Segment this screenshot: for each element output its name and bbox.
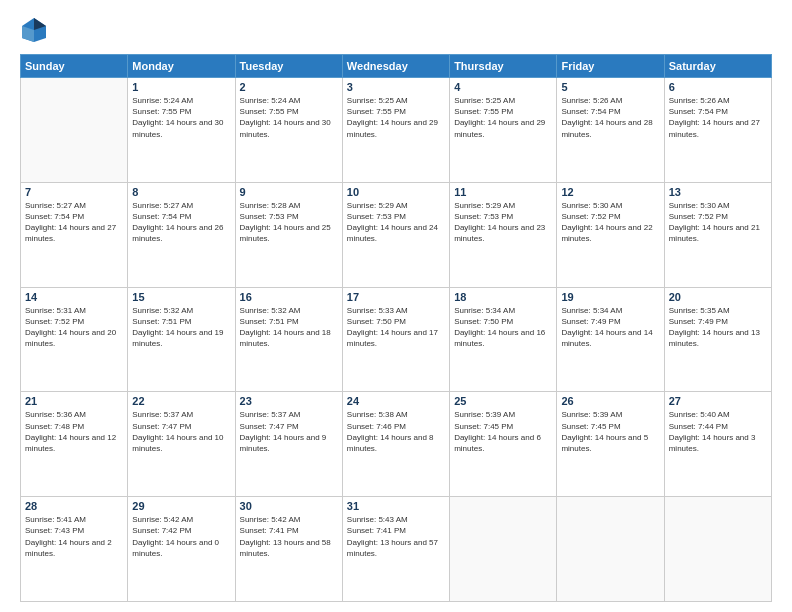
day-cell: 30Sunrise: 5:42 AM Sunset: 7:41 PM Dayli…	[235, 497, 342, 602]
page: SundayMondayTuesdayWednesdayThursdayFrid…	[0, 0, 792, 612]
day-number: 17	[347, 291, 445, 303]
weekday-monday: Monday	[128, 55, 235, 78]
day-number: 19	[561, 291, 659, 303]
weekday-header-row: SundayMondayTuesdayWednesdayThursdayFrid…	[21, 55, 772, 78]
logo	[20, 16, 52, 44]
day-cell: 29Sunrise: 5:42 AM Sunset: 7:42 PM Dayli…	[128, 497, 235, 602]
day-cell: 5Sunrise: 5:26 AM Sunset: 7:54 PM Daylig…	[557, 78, 664, 183]
day-number: 15	[132, 291, 230, 303]
day-number: 5	[561, 81, 659, 93]
day-number: 10	[347, 186, 445, 198]
day-cell: 1Sunrise: 5:24 AM Sunset: 7:55 PM Daylig…	[128, 78, 235, 183]
day-number: 20	[669, 291, 767, 303]
header	[20, 16, 772, 44]
day-number: 29	[132, 500, 230, 512]
day-info: Sunrise: 5:39 AM Sunset: 7:45 PM Dayligh…	[454, 409, 552, 454]
day-info: Sunrise: 5:32 AM Sunset: 7:51 PM Dayligh…	[240, 305, 338, 350]
day-cell: 16Sunrise: 5:32 AM Sunset: 7:51 PM Dayli…	[235, 287, 342, 392]
day-cell: 24Sunrise: 5:38 AM Sunset: 7:46 PM Dayli…	[342, 392, 449, 497]
day-number: 2	[240, 81, 338, 93]
day-number: 1	[132, 81, 230, 93]
day-info: Sunrise: 5:26 AM Sunset: 7:54 PM Dayligh…	[669, 95, 767, 140]
day-number: 3	[347, 81, 445, 93]
day-info: Sunrise: 5:34 AM Sunset: 7:50 PM Dayligh…	[454, 305, 552, 350]
weekday-sunday: Sunday	[21, 55, 128, 78]
day-number: 6	[669, 81, 767, 93]
day-info: Sunrise: 5:27 AM Sunset: 7:54 PM Dayligh…	[25, 200, 123, 245]
day-number: 27	[669, 395, 767, 407]
day-number: 23	[240, 395, 338, 407]
day-cell: 27Sunrise: 5:40 AM Sunset: 7:44 PM Dayli…	[664, 392, 771, 497]
day-number: 11	[454, 186, 552, 198]
day-cell: 23Sunrise: 5:37 AM Sunset: 7:47 PM Dayli…	[235, 392, 342, 497]
day-cell: 22Sunrise: 5:37 AM Sunset: 7:47 PM Dayli…	[128, 392, 235, 497]
day-cell: 20Sunrise: 5:35 AM Sunset: 7:49 PM Dayli…	[664, 287, 771, 392]
day-cell: 15Sunrise: 5:32 AM Sunset: 7:51 PM Dayli…	[128, 287, 235, 392]
day-cell: 19Sunrise: 5:34 AM Sunset: 7:49 PM Dayli…	[557, 287, 664, 392]
day-cell: 25Sunrise: 5:39 AM Sunset: 7:45 PM Dayli…	[450, 392, 557, 497]
logo-icon	[20, 16, 48, 44]
day-number: 8	[132, 186, 230, 198]
day-info: Sunrise: 5:34 AM Sunset: 7:49 PM Dayligh…	[561, 305, 659, 350]
day-info: Sunrise: 5:25 AM Sunset: 7:55 PM Dayligh…	[347, 95, 445, 140]
day-number: 16	[240, 291, 338, 303]
weekday-friday: Friday	[557, 55, 664, 78]
day-number: 13	[669, 186, 767, 198]
week-row-5: 28Sunrise: 5:41 AM Sunset: 7:43 PM Dayli…	[21, 497, 772, 602]
day-info: Sunrise: 5:41 AM Sunset: 7:43 PM Dayligh…	[25, 514, 123, 559]
weekday-saturday: Saturday	[664, 55, 771, 78]
weekday-thursday: Thursday	[450, 55, 557, 78]
day-number: 22	[132, 395, 230, 407]
day-cell: 28Sunrise: 5:41 AM Sunset: 7:43 PM Dayli…	[21, 497, 128, 602]
day-cell: 7Sunrise: 5:27 AM Sunset: 7:54 PM Daylig…	[21, 182, 128, 287]
day-info: Sunrise: 5:40 AM Sunset: 7:44 PM Dayligh…	[669, 409, 767, 454]
day-cell: 4Sunrise: 5:25 AM Sunset: 7:55 PM Daylig…	[450, 78, 557, 183]
day-cell: 21Sunrise: 5:36 AM Sunset: 7:48 PM Dayli…	[21, 392, 128, 497]
day-number: 9	[240, 186, 338, 198]
day-cell	[450, 497, 557, 602]
day-info: Sunrise: 5:24 AM Sunset: 7:55 PM Dayligh…	[132, 95, 230, 140]
day-cell: 17Sunrise: 5:33 AM Sunset: 7:50 PM Dayli…	[342, 287, 449, 392]
day-info: Sunrise: 5:37 AM Sunset: 7:47 PM Dayligh…	[240, 409, 338, 454]
day-number: 7	[25, 186, 123, 198]
day-info: Sunrise: 5:30 AM Sunset: 7:52 PM Dayligh…	[561, 200, 659, 245]
day-info: Sunrise: 5:33 AM Sunset: 7:50 PM Dayligh…	[347, 305, 445, 350]
week-row-1: 1Sunrise: 5:24 AM Sunset: 7:55 PM Daylig…	[21, 78, 772, 183]
week-row-2: 7Sunrise: 5:27 AM Sunset: 7:54 PM Daylig…	[21, 182, 772, 287]
day-info: Sunrise: 5:37 AM Sunset: 7:47 PM Dayligh…	[132, 409, 230, 454]
day-info: Sunrise: 5:32 AM Sunset: 7:51 PM Dayligh…	[132, 305, 230, 350]
day-cell: 14Sunrise: 5:31 AM Sunset: 7:52 PM Dayli…	[21, 287, 128, 392]
day-info: Sunrise: 5:42 AM Sunset: 7:42 PM Dayligh…	[132, 514, 230, 559]
day-cell	[21, 78, 128, 183]
day-info: Sunrise: 5:42 AM Sunset: 7:41 PM Dayligh…	[240, 514, 338, 559]
weekday-wednesday: Wednesday	[342, 55, 449, 78]
day-number: 14	[25, 291, 123, 303]
day-number: 25	[454, 395, 552, 407]
day-number: 18	[454, 291, 552, 303]
day-info: Sunrise: 5:26 AM Sunset: 7:54 PM Dayligh…	[561, 95, 659, 140]
day-info: Sunrise: 5:27 AM Sunset: 7:54 PM Dayligh…	[132, 200, 230, 245]
day-info: Sunrise: 5:25 AM Sunset: 7:55 PM Dayligh…	[454, 95, 552, 140]
day-cell: 13Sunrise: 5:30 AM Sunset: 7:52 PM Dayli…	[664, 182, 771, 287]
day-number: 21	[25, 395, 123, 407]
day-cell: 12Sunrise: 5:30 AM Sunset: 7:52 PM Dayli…	[557, 182, 664, 287]
day-number: 31	[347, 500, 445, 512]
day-cell: 8Sunrise: 5:27 AM Sunset: 7:54 PM Daylig…	[128, 182, 235, 287]
day-number: 4	[454, 81, 552, 93]
week-row-3: 14Sunrise: 5:31 AM Sunset: 7:52 PM Dayli…	[21, 287, 772, 392]
day-cell: 2Sunrise: 5:24 AM Sunset: 7:55 PM Daylig…	[235, 78, 342, 183]
day-info: Sunrise: 5:31 AM Sunset: 7:52 PM Dayligh…	[25, 305, 123, 350]
day-info: Sunrise: 5:29 AM Sunset: 7:53 PM Dayligh…	[454, 200, 552, 245]
day-info: Sunrise: 5:30 AM Sunset: 7:52 PM Dayligh…	[669, 200, 767, 245]
day-cell: 10Sunrise: 5:29 AM Sunset: 7:53 PM Dayli…	[342, 182, 449, 287]
weekday-tuesday: Tuesday	[235, 55, 342, 78]
day-cell: 3Sunrise: 5:25 AM Sunset: 7:55 PM Daylig…	[342, 78, 449, 183]
day-info: Sunrise: 5:35 AM Sunset: 7:49 PM Dayligh…	[669, 305, 767, 350]
day-cell: 11Sunrise: 5:29 AM Sunset: 7:53 PM Dayli…	[450, 182, 557, 287]
day-info: Sunrise: 5:29 AM Sunset: 7:53 PM Dayligh…	[347, 200, 445, 245]
day-cell	[664, 497, 771, 602]
day-number: 24	[347, 395, 445, 407]
day-cell: 31Sunrise: 5:43 AM Sunset: 7:41 PM Dayli…	[342, 497, 449, 602]
day-info: Sunrise: 5:28 AM Sunset: 7:53 PM Dayligh…	[240, 200, 338, 245]
day-info: Sunrise: 5:36 AM Sunset: 7:48 PM Dayligh…	[25, 409, 123, 454]
